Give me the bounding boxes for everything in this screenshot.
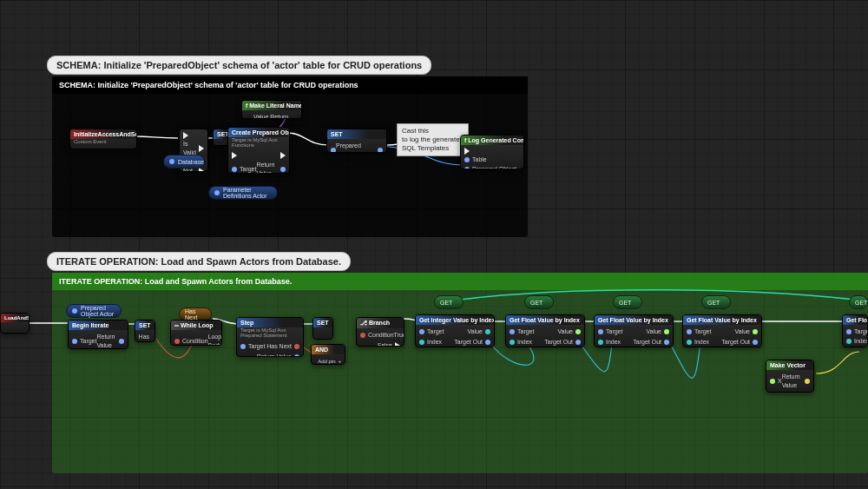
comment-header[interactable]: ITERATE OPERATION: Load and Spawn Actors… bbox=[52, 273, 868, 290]
data-pin-in[interactable] bbox=[846, 329, 852, 334]
node-get-float-by-index[interactable]: Get Float Value by Index Target Value In… bbox=[594, 314, 674, 347]
data-pin-out[interactable] bbox=[119, 339, 124, 344]
node-title: SET bbox=[135, 320, 155, 330]
node-title: LoadAndSpawnActors bbox=[1, 314, 29, 322]
exec-pin-in[interactable] bbox=[232, 152, 237, 159]
data-pin-in[interactable] bbox=[846, 339, 852, 344]
node-make-vector[interactable]: Make Vector X Return Value Y Z bbox=[766, 360, 814, 393]
node-custom-event[interactable]: LoadAndSpawnActors bbox=[0, 313, 30, 334]
comment-header[interactable]: SCHEMA: Initialize 'PreparedObject' sche… bbox=[52, 76, 528, 94]
data-pin-in[interactable] bbox=[232, 167, 237, 172]
exec-pin-in[interactable] bbox=[183, 132, 188, 139]
data-pin-in[interactable] bbox=[72, 339, 77, 344]
node-title: Begin Iterate bbox=[69, 320, 128, 330]
pin-label: Condition bbox=[368, 331, 394, 340]
node-subtitle: Custom Event bbox=[70, 139, 136, 146]
node-title: Step bbox=[237, 318, 303, 327]
node-set[interactable]: SET Prepared Object Actor bbox=[326, 129, 387, 153]
data-pin-out[interactable] bbox=[378, 148, 383, 153]
node-title: Create Prepared Object bbox=[228, 128, 289, 137]
data-pin-in[interactable] bbox=[464, 167, 470, 169]
comment-bubble: ITERATE OPERATION: Load and Spawn Actors… bbox=[47, 252, 351, 271]
data-pin-out[interactable] bbox=[753, 340, 758, 345]
node-custom-event[interactable]: InitializeAccessAndSchema Custom Event bbox=[69, 129, 137, 149]
data-pin-in[interactable] bbox=[464, 157, 470, 162]
node-step[interactable]: Step Target is MySql Aux Prepared Statem… bbox=[236, 317, 304, 357]
node-make-literal-name[interactable]: f Make Literal Name Value actor Return V… bbox=[241, 100, 302, 119]
node-title: SET bbox=[327, 129, 386, 139]
exec-pin-in[interactable] bbox=[464, 148, 470, 155]
data-pin-in[interactable] bbox=[419, 329, 424, 334]
node-title: f Make Literal Name bbox=[242, 101, 301, 110]
node-begin-iterate[interactable]: Begin Iterate Target Return Value Query … bbox=[68, 320, 128, 349]
exec-pin-out[interactable] bbox=[395, 342, 400, 347]
pin-label: Target bbox=[694, 327, 711, 336]
data-pin-in[interactable] bbox=[240, 344, 246, 349]
pin-label: Return Value bbox=[256, 161, 278, 174]
comment-bubble: SCHEMA: Initialize 'PreparedObject' sche… bbox=[47, 56, 431, 75]
data-pin-out[interactable] bbox=[280, 167, 286, 172]
data-pin-out[interactable] bbox=[294, 354, 299, 357]
exec-pin-out[interactable] bbox=[199, 145, 204, 152]
node-set[interactable]: SET bbox=[312, 317, 333, 340]
node-log-generated-commands[interactable]: f Log Generated Commands Table Prepared … bbox=[460, 135, 524, 169]
pin-label: True bbox=[394, 331, 404, 340]
node-title: Make Vector bbox=[766, 360, 813, 370]
node-and[interactable]: AND Add pin + bbox=[311, 344, 345, 365]
data-pin-in[interactable] bbox=[419, 340, 424, 345]
pin-label: Index bbox=[694, 338, 709, 347]
data-pin-out[interactable] bbox=[575, 340, 581, 345]
data-pin-in[interactable] bbox=[770, 379, 775, 384]
node-get[interactable]: GET bbox=[434, 295, 464, 309]
pin-label: Index bbox=[606, 338, 621, 347]
data-pin-out[interactable] bbox=[664, 340, 669, 345]
node-title: Get Float Value by Index bbox=[506, 315, 584, 325]
node-title: GET bbox=[530, 300, 542, 306]
pin-label: Target bbox=[240, 165, 256, 174]
var-prepared-object[interactable]: Prepared Object Actor bbox=[66, 304, 122, 318]
node-get[interactable]: GET bbox=[701, 295, 731, 309]
exec-pin-out[interactable] bbox=[280, 152, 286, 159]
data-pin-out[interactable] bbox=[485, 329, 490, 334]
node-get[interactable]: GET bbox=[849, 295, 868, 309]
node-get-float-by-index[interactable]: Get Float Value by Index Target Value In… bbox=[505, 314, 585, 347]
data-pin-out[interactable] bbox=[214, 190, 220, 195]
add-pin-label[interactable]: Add pin bbox=[318, 357, 335, 365]
node-get-integer-by-index[interactable]: Get Integer Value by Index Target Value … bbox=[415, 314, 495, 347]
var-parameter-definitions[interactable]: Parameter Definitions Actor bbox=[208, 186, 278, 200]
data-pin-out[interactable] bbox=[753, 329, 758, 334]
data-pin-out[interactable] bbox=[169, 159, 174, 164]
data-pin-in[interactable] bbox=[687, 329, 692, 334]
node-branch[interactable]: ⎇ Branch Condition True False bbox=[356, 317, 404, 347]
var-database[interactable]: Database bbox=[163, 155, 205, 169]
node-get-float-by-index[interactable]: Get Float Value by Index Target Value In… bbox=[682, 314, 762, 347]
node-subtitle: Target is MySql Aux Prepared Statement bbox=[237, 327, 303, 340]
data-pin-out[interactable] bbox=[664, 329, 669, 334]
pin-label: Loop Body bbox=[208, 333, 222, 346]
node-get[interactable]: GET bbox=[613, 295, 642, 309]
data-pin-in[interactable] bbox=[598, 329, 603, 334]
node-create-prepared-object[interactable]: Create Prepared Object Target is MySql A… bbox=[227, 127, 290, 174]
data-pin-in[interactable] bbox=[510, 340, 515, 345]
data-pin-out[interactable] bbox=[72, 308, 77, 314]
data-pin-out[interactable] bbox=[805, 379, 810, 384]
node-get-float-by-index[interactable]: Get Float Target Index bbox=[842, 314, 868, 347]
pin-label: Target bbox=[517, 327, 534, 336]
data-pin-in[interactable] bbox=[510, 329, 515, 334]
pin-label: Target Out bbox=[544, 338, 573, 347]
data-pin-in[interactable] bbox=[598, 340, 603, 345]
data-pin-in[interactable] bbox=[360, 333, 365, 338]
node-title: GET bbox=[707, 300, 720, 306]
node-title: AND bbox=[312, 345, 345, 354]
node-set[interactable]: SET Has Next bbox=[135, 320, 155, 342]
var-label: Prepared Object Actor bbox=[81, 305, 115, 317]
pin-label: Index bbox=[517, 338, 532, 347]
data-pin-out[interactable] bbox=[575, 329, 581, 334]
data-pin-in[interactable] bbox=[174, 339, 180, 344]
var-label: Parameter Definitions Actor bbox=[223, 187, 272, 199]
data-pin-in[interactable] bbox=[687, 340, 692, 345]
data-pin-out[interactable] bbox=[294, 344, 299, 349]
data-pin-out[interactable] bbox=[485, 340, 490, 345]
node-get[interactable]: GET bbox=[524, 295, 554, 309]
node-while-loop[interactable]: ∞ While Loop Condition Loop Body Complet… bbox=[170, 320, 222, 346]
